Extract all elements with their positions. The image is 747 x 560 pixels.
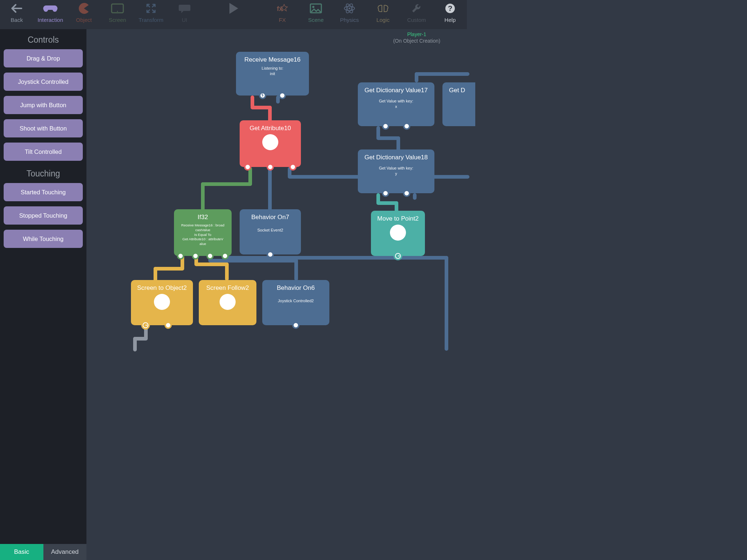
node-get-attribute[interactable]: Get Attribute10 [240,120,301,167]
chat-bubble-icon [176,2,193,15]
node-title: Screen to Object2 [135,284,189,292]
node-get-dict-18[interactable]: Get Dictionary Value18 Get Value with ke… [358,149,434,193]
node-body: Get Value with key: x [361,98,431,112]
transform-tab[interactable]: Transform [134,2,168,28]
node-get-dict-17[interactable]: Get Dictionary Value17 Get Value with ke… [358,82,434,126]
back-arrow-icon [8,2,26,15]
sidebar-section-controls: Controls [4,32,83,49]
node-move-to-point[interactable]: Move to Point2 [371,211,425,256]
node-ports [174,252,232,260]
node-ports [262,321,329,329]
node-body: Listening to: init [240,66,305,79]
port-out-1[interactable] [244,163,251,171]
node-ports [358,189,434,197]
port-out-3[interactable] [289,163,297,171]
sidebar-item-shoot-button[interactable]: Shoot with Button [4,119,83,137]
node-ports [358,122,434,130]
node-body: Joystick Controlled2 [266,298,326,306]
node-title: If32 [178,214,228,221]
sidebar-item-joystick[interactable]: Joystick Controlled [4,73,83,91]
node-config-dot[interactable] [390,225,406,241]
logic-tab[interactable]: Logic [366,2,400,28]
back-button[interactable]: Back [0,2,34,28]
sidebar-item-while-touching[interactable]: While Touching [4,230,83,248]
port-event-out[interactable] [259,92,266,99]
gamepad-icon [42,2,59,15]
node-title: Screen Follow2 [202,284,253,292]
atom-icon [341,2,358,15]
wrench-icon [408,2,425,15]
clock-badge-icon [394,252,402,260]
node-title: Move to Point2 [375,215,421,222]
node-title: Receive Message16 [240,56,305,63]
port-out[interactable] [267,251,274,258]
sidebar-item-tilt[interactable]: Tilt Controlled [4,143,83,161]
node-title: Behavior On7 [243,214,297,221]
node-ports [236,92,309,100]
ui-tab[interactable]: UI [168,2,201,28]
port-out-2[interactable] [403,190,410,197]
sidebar-item-drag-drop[interactable]: Drag & Drop [4,49,83,67]
port-out-1[interactable] [177,252,184,260]
svg-point-1 [117,11,118,12]
play-button[interactable] [222,2,244,28]
behavior-graph-canvas[interactable]: Player-1 (On Object Creation) [86,29,467,350]
port-out[interactable] [165,322,172,329]
scene-tab[interactable]: Scene [299,2,333,28]
node-title: Get Attribute10 [243,125,297,132]
node-title: Behavior On6 [266,284,326,292]
sidebar-item-started-touching[interactable]: Started Touching [4,183,83,201]
node-body: Receive Message16 : broad castValue Is E… [178,223,228,249]
fx-icon: fx [274,2,291,15]
node-get-dict-cut[interactable]: Get D [442,82,467,126]
node-config-dot[interactable] [154,294,170,310]
port-out-4[interactable] [221,252,229,260]
port-value-out[interactable] [279,92,286,99]
custom-tab[interactable]: Custom [400,2,433,28]
node-screen-follow[interactable]: Screen Follow2 [199,280,256,325]
screen-icon [109,2,126,15]
node-config-dot[interactable] [262,134,278,150]
port-out[interactable] [292,322,299,329]
port-out-2[interactable] [403,122,410,130]
node-title: Get D [446,87,467,94]
sidebar-item-jump-button[interactable]: Jump with Button [4,96,83,114]
physics-tab[interactable]: Physics [333,2,366,28]
behavior-palette-sidebar: Controls Drag & Drop Joystick Controlled… [0,29,86,350]
node-config-dot[interactable] [220,294,236,310]
help-button[interactable]: ? Help [433,2,467,28]
brain-icon [374,2,392,15]
node-ports [131,321,193,329]
play-icon [225,2,242,15]
pacman-icon [75,2,93,15]
help-icon: ? [441,2,459,15]
node-title: Get Dictionary Value18 [361,154,431,161]
node-if[interactable]: If32 Receive Message16 : broad castValue… [174,209,232,256]
graph-subtitle: (On Object Creation) [86,38,467,44]
interaction-tab[interactable]: Interaction [34,2,67,28]
svg-text:?: ? [448,4,452,12]
sidebar-item-stopped-touching[interactable]: Stopped Touching [4,206,83,225]
node-behavior-on-6[interactable]: Behavior On6 Joystick Controlled2 [262,280,329,325]
object-tab[interactable]: Object [67,2,101,28]
node-body: Get Value with key: y [361,166,431,179]
sidebar-section-touching: Touching [4,166,83,183]
graph-title: Player-1 [86,31,467,37]
screen-tab[interactable]: Screen [101,2,134,28]
arrows-out-icon [142,2,160,15]
node-screen-to-object[interactable]: Screen to Object2 [131,280,193,325]
fx-tab[interactable]: fx FX [266,2,299,28]
port-out-2[interactable] [267,163,274,171]
port-out-2[interactable] [192,252,199,260]
port-out-1[interactable] [382,190,389,197]
node-ports [240,250,301,258]
node-body: Socket Event2 [243,228,297,235]
port-out-3[interactable] [206,252,214,260]
port-out-1[interactable] [382,122,389,130]
svg-point-4 [312,6,314,8]
svg-point-8 [349,8,351,9]
node-ports [240,163,301,171]
node-receive-message[interactable]: Receive Message16 Listening to: init [236,52,309,96]
node-behavior-on-7[interactable]: Behavior On7 Socket Event2 [240,209,301,254]
picture-icon [307,2,325,15]
